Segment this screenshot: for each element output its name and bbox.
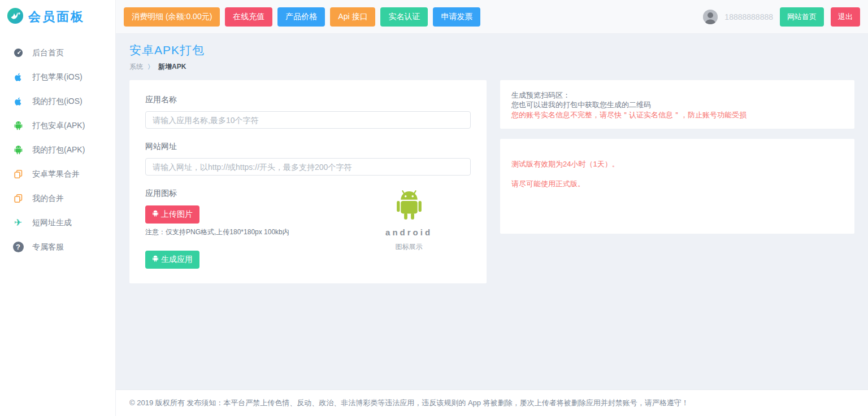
sidebar-item-label: 后台首页 [32, 48, 64, 58]
dashboard-icon [12, 47, 24, 59]
logo-icon [7, 7, 24, 27]
sidebar-item-support[interactable]: ?专属客服 [0, 235, 115, 259]
toolbar: 消费明细 (余额:0.00元)在线充值产品价格Api 接口实名认证申请发票 [124, 7, 703, 27]
app-title: 会员面板 [28, 8, 85, 25]
toolbar-button-product-price[interactable]: 产品价格 [277, 7, 325, 27]
apple-icon [12, 96, 24, 107]
toolbar-button-api[interactable]: Api 接口 [330, 7, 375, 27]
sidebar: 会员面板 后台首页打包苹果(iOS)我的打包(iOS)打包安卓(APK)我的打包… [0, 0, 116, 416]
help-icon: ? [12, 242, 24, 253]
realname-warning: 您的账号实名信息不完整，请尽快＂认证实名信息＂，防止账号功能受损 [511, 110, 843, 120]
app-name-input[interactable] [145, 111, 471, 129]
apple-icon [12, 72, 24, 83]
sidebar-item-label: 我的合并 [32, 194, 64, 204]
icon-preview: android 图标展示 [347, 189, 471, 269]
sidebar-item-label: 打包安卓(APK) [32, 121, 85, 131]
site-url-input[interactable] [145, 158, 471, 176]
trial-notice-card: 测试版有效期为24小时（1天）。 请尽可能使用正式版。 [500, 139, 854, 234]
logo[interactable]: 会员面板 [0, 0, 115, 34]
android-icon [12, 144, 24, 156]
sidebar-item-merge[interactable]: 安卓苹果合并 [0, 162, 115, 186]
topbar: 消费明细 (余额:0.00元)在线充值产品价格Api 接口实名认证申请发票 18… [116, 0, 868, 34]
chevron-right-icon: 〉 [147, 63, 154, 71]
sidebar-item-ios-my[interactable]: 我的打包(iOS) [0, 89, 115, 113]
copyright-text: © 2019 版权所有 发布须知：本平台严禁上传色情、反动、政治、非法博彩类等违… [129, 398, 689, 408]
sidebar-item-dashboard[interactable]: 后台首页 [0, 41, 115, 65]
sidebar-item-label: 我的打包(APK) [32, 145, 85, 155]
sidebar-item-label: 打包苹果(iOS) [32, 72, 83, 82]
sidebar-item-label: 安卓苹果合并 [32, 169, 80, 179]
site-url-label: 网站网址 [145, 142, 471, 152]
apk-form-card: 应用名称 网站网址 应用图标 上传图片 [129, 80, 487, 283]
upload-image-button[interactable]: 上传图片 [145, 205, 199, 224]
user-avatar[interactable] [703, 10, 718, 24]
toolbar-button-consume-detail[interactable]: 消费明细 (余额:0.00元) [124, 7, 220, 27]
footer: © 2019 版权所有 发布须知：本平台严禁上传色情、反动、政治、非法博彩类等违… [116, 389, 868, 416]
new-ribbon-badge: NEW [96, 212, 115, 231]
site-home-button[interactable]: 网站首页 [780, 7, 824, 27]
page-title: 安卓APK打包 [129, 43, 854, 58]
sidebar-item-label: 专属客服 [32, 242, 64, 252]
sidebar-nav: 后台首页打包苹果(iOS)我的打包(iOS)打包安卓(APK)我的打包(APK)… [0, 34, 115, 259]
notice-line-2: 请尽可能使用正式版。 [511, 179, 843, 189]
toolbar-button-invoice[interactable]: 申请发票 [433, 7, 480, 27]
toolbar-button-recharge[interactable]: 在线充值 [225, 7, 272, 27]
android-wordmark: android [385, 227, 432, 237]
upload-note: 注意：仅支持PNG格式,上传180*180px 100kb内 [145, 227, 347, 237]
icon-preview-caption: 图标展示 [396, 242, 423, 252]
sidebar-item-apk-pack[interactable]: 打包安卓(APK) [0, 113, 115, 138]
merge-icon [12, 193, 24, 204]
app-icon-label: 应用图标 [145, 189, 347, 199]
sidebar-item-short-url[interactable]: ✈短网址生成NEW [0, 211, 115, 235]
sidebar-item-label: 我的打包(iOS) [32, 97, 83, 107]
android-icon [152, 255, 159, 264]
android-icon [152, 210, 159, 219]
user-box: 18888888888 网站首页 退出 [703, 7, 860, 27]
android-icon [12, 120, 24, 132]
sidebar-item-ios-pack[interactable]: 打包苹果(iOS) [0, 65, 115, 89]
app-window: 会员面板 后台首页打包苹果(iOS)我的打包(iOS)打包安卓(APK)我的打包… [0, 0, 868, 416]
android-logo-icon [394, 190, 424, 225]
preview-line-1: 生成预览扫码区： [511, 90, 843, 100]
app-name-label: 应用名称 [145, 95, 471, 105]
sidebar-item-merge-my[interactable]: 我的合并 [0, 186, 115, 211]
content-area: 安卓APK打包 系统 〉 新增APK 应用名称 网站网址 应用图标 [116, 34, 868, 389]
notice-line-1: 测试版有效期为24小时（1天）。 [511, 159, 843, 169]
breadcrumb-root[interactable]: 系统 [129, 62, 143, 72]
sidebar-item-label: 短网址生成 [32, 218, 72, 228]
logout-button[interactable]: 退出 [831, 7, 860, 27]
sidebar-item-apk-my[interactable]: 我的打包(APK) [0, 138, 115, 162]
plane-icon: ✈ [12, 217, 24, 229]
merge-icon [12, 169, 24, 180]
breadcrumb-current: 新增APK [158, 62, 186, 72]
breadcrumb: 系统 〉 新增APK [129, 62, 854, 71]
qr-preview-card: 生成预览扫码区： 您也可以进我的打包中获取您生成的二维码 您的账号实名信息不完整… [500, 80, 854, 129]
user-phone: 18888888888 [724, 12, 773, 21]
toolbar-button-realname[interactable]: 实名认证 [380, 7, 428, 27]
preview-line-2: 您也可以进我的打包中获取您生成的二维码 [511, 100, 843, 110]
generate-app-button[interactable]: 生成应用 [145, 251, 199, 269]
